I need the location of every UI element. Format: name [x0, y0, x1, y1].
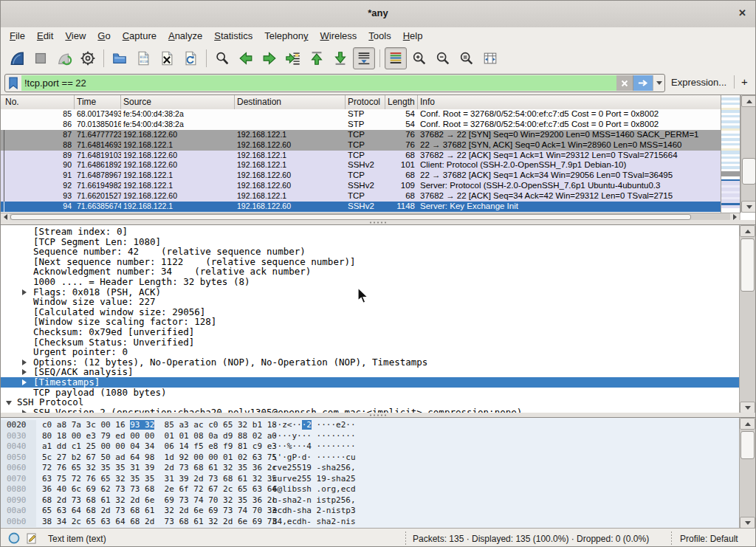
scrollbar-thumb[interactable]	[742, 158, 756, 185]
hex-row-0040[interactable]: 0040a1 dd c1 25 00 00 04 34 06 14 f5 e8 …	[1, 441, 742, 453]
expander-collapsed-icon[interactable]	[22, 289, 30, 295]
resize-columns-icon[interactable]	[479, 47, 501, 69]
hscrollbar-thumb[interactable]	[10, 214, 691, 220]
filter-bookmark-icon[interactable]	[5, 75, 21, 91]
details-vscrollbar[interactable]	[739, 225, 755, 413]
capture-comment-icon[interactable]	[26, 532, 38, 544]
packet-row-86[interactable]: 8670.013850163fe:54:00:d4:38:2aSTP54Conf…	[1, 120, 721, 130]
filter-apply-button[interactable]	[633, 75, 653, 91]
packet-row-90[interactable]: 9071.648618924192.168.122.60192.168.122.…	[1, 160, 721, 171]
filter-history-dropdown[interactable]	[653, 75, 664, 91]
packet-row-94[interactable]: 9471.663856741192.168.122.1192.168.122.6…	[1, 202, 721, 212]
menu-item-file[interactable]: File	[4, 27, 31, 45]
menu-item-view[interactable]: View	[59, 27, 92, 45]
detail-line[interactable]: [Window size scaling factor: 128]	[1, 317, 742, 327]
detail-line-selected[interactable]: [Timestamps]	[1, 377, 742, 388]
zoom-out-icon[interactable]	[432, 47, 454, 69]
detail-line[interactable]: TCP payload (1080 bytes)	[1, 388, 742, 398]
detail-line[interactable]: [TCP Segment Len: 1080]	[1, 237, 742, 247]
zoom-reset-icon[interactable]	[456, 47, 478, 69]
menu-item-help[interactable]: Help	[397, 27, 429, 45]
hex-row-0030[interactable]: 003080 18 00 e3 79 ed 00 00 01 01 08 0a …	[1, 431, 742, 442]
hex-row-0020[interactable]: 0020c0 a8 7a 3c 00 16 93 32 85 a3 ac c0 …	[1, 420, 742, 431]
menu-item-statistics[interactable]: Statistics	[208, 27, 258, 45]
file-close-icon[interactable]	[156, 47, 178, 69]
detail-line[interactable]: 1000 .... = Header Length: 32 bytes (8)	[1, 277, 742, 287]
packet-row-91[interactable]: 9171.648789678192.168.122.1192.168.122.6…	[1, 171, 721, 181]
column-header-time[interactable]: Time	[75, 95, 121, 109]
packet-list-vscrollbar[interactable]	[740, 95, 756, 213]
detail-line[interactable]: Window size value: 227	[1, 297, 742, 307]
scroll-down-icon[interactable]	[741, 201, 756, 213]
menu-item-wireless[interactable]: Wireless	[315, 27, 363, 45]
hex-row-0060[interactable]: 006072 76 65 32 35 35 31 39 2d 73 68 61 …	[1, 463, 742, 474]
expert-info-icon[interactable]	[8, 532, 20, 544]
packet-row-87[interactable]: 8771.647777234192.168.122.60192.168.122.…	[1, 130, 721, 140]
scroll-down-icon[interactable]	[740, 517, 755, 528]
detail-line[interactable]: [Checksum Status: Unverified]	[1, 337, 742, 348]
scroll-up-icon[interactable]	[740, 225, 755, 237]
menu-item-telephony[interactable]: Telephony	[258, 27, 314, 45]
packet-row-92[interactable]: 9271.661949820192.168.122.1192.168.122.6…	[1, 181, 721, 191]
go-to-packet-icon[interactable]	[282, 47, 304, 69]
colorize-icon[interactable]	[385, 47, 407, 69]
detail-line[interactable]: Acknowledgment number: 34 (relative ack …	[1, 266, 742, 277]
hex-row-0080[interactable]: 008036 40 6c 69 62 73 73 68 2e 6f 72 67 …	[1, 484, 742, 495]
go-forward-icon[interactable]	[258, 47, 281, 69]
hex-row-00a0[interactable]: 00a065 63 64 68 2d 73 68 61 32 2d 6e 69 …	[1, 506, 742, 517]
detail-line[interactable]: Urgent pointer: 0	[1, 347, 742, 357]
capture-stop-icon[interactable]	[30, 47, 52, 69]
go-first-icon[interactable]	[306, 47, 328, 69]
hex-dump[interactable]: 0020c0 a8 7a 3c 00 16 93 32 85 a3 ac c0 …	[1, 420, 742, 527]
zoom-in-icon[interactable]	[408, 47, 430, 69]
column-header-info[interactable]: Info	[418, 95, 721, 109]
scrollbar-thumb[interactable]	[740, 431, 755, 459]
column-header-protocol[interactable]: Protocol	[346, 95, 385, 109]
expander-collapsed-icon[interactable]	[22, 369, 30, 375]
detail-line[interactable]: Options: (12 bytes), No-Operation (NOP),…	[1, 357, 742, 368]
add-filter-button[interactable]: +	[741, 75, 748, 88]
menu-item-edit[interactable]: Edit	[31, 27, 59, 45]
hex-row-0070[interactable]: 007063 75 72 76 65 32 35 35 31 39 2d 73 …	[1, 474, 742, 485]
detail-line[interactable]: [Next sequence number: 1122 (relative se…	[1, 257, 742, 267]
detail-line[interactable]: [SEQ/ACK analysis]	[1, 367, 742, 377]
file-reload-icon[interactable]	[179, 47, 202, 69]
menu-item-capture[interactable]: Capture	[117, 27, 162, 45]
packet-row-89[interactable]: 8971.648191037192.168.122.60192.168.122.…	[1, 151, 721, 161]
detail-line[interactable]: [Stream index: 0]	[1, 227, 742, 237]
expander-collapsed-icon[interactable]	[22, 379, 30, 385]
menu-item-go[interactable]: Go	[92, 27, 116, 45]
capture-start-icon[interactable]	[6, 47, 28, 69]
scroll-up-icon[interactable]	[741, 95, 756, 107]
packet-row-85[interactable]: 8568.001734936fe:54:00:d4:38:2aSTP54Conf…	[1, 109, 721, 120]
column-header-no[interactable]: No.	[1, 95, 75, 109]
window-close-button[interactable]: ✕	[738, 7, 746, 18]
expression-button[interactable]: Expression...	[671, 77, 726, 88]
packet-list-minimap[interactable]	[721, 95, 740, 213]
scroll-up-icon[interactable]	[740, 418, 755, 430]
column-header-destination[interactable]: Destination	[235, 95, 346, 109]
capture-options-icon[interactable]	[77, 47, 99, 69]
column-header-length[interactable]: Length	[385, 95, 418, 109]
hex-row-0090[interactable]: 009068 2d 73 68 61 32 2d 6e 69 73 74 70 …	[1, 495, 742, 506]
hex-row-0050[interactable]: 00505c 27 b2 67 50 ad 64 98 1d 92 00 00 …	[1, 453, 742, 464]
detail-line[interactable]: Flags: 0x018 (PSH, ACK)	[1, 287, 742, 297]
detail-line[interactable]: [Calculated window size: 29056]	[1, 307, 742, 317]
go-last-icon[interactable]	[329, 47, 351, 69]
display-filter-input[interactable]	[21, 75, 616, 91]
scrollbar-thumb[interactable]	[740, 238, 755, 292]
packet-row-88[interactable]: 8871.648146932192.168.122.1192.168.122.6…	[1, 140, 721, 151]
auto-scroll-icon[interactable]	[353, 47, 375, 69]
scroll-down-icon[interactable]	[740, 402, 755, 413]
column-header-source[interactable]: Source	[121, 95, 235, 109]
packet-row-93[interactable]: 9371.662015274192.168.122.60192.168.122.…	[1, 191, 721, 202]
filter-clear-button[interactable]	[616, 75, 633, 91]
find-packet-icon[interactable]	[211, 47, 233, 69]
menu-item-tools[interactable]: Tools	[362, 27, 396, 45]
display-filter-field[interactable]	[4, 74, 665, 92]
detail-line[interactable]: Checksum: 0x79ed [unverified]	[1, 327, 742, 337]
detail-line[interactable]: SSH Protocol	[1, 397, 742, 407]
status-profile[interactable]: Profile: Default	[680, 534, 738, 544]
capture-restart-icon[interactable]	[53, 47, 75, 69]
file-save-icon[interactable]: 01010110	[132, 47, 154, 69]
